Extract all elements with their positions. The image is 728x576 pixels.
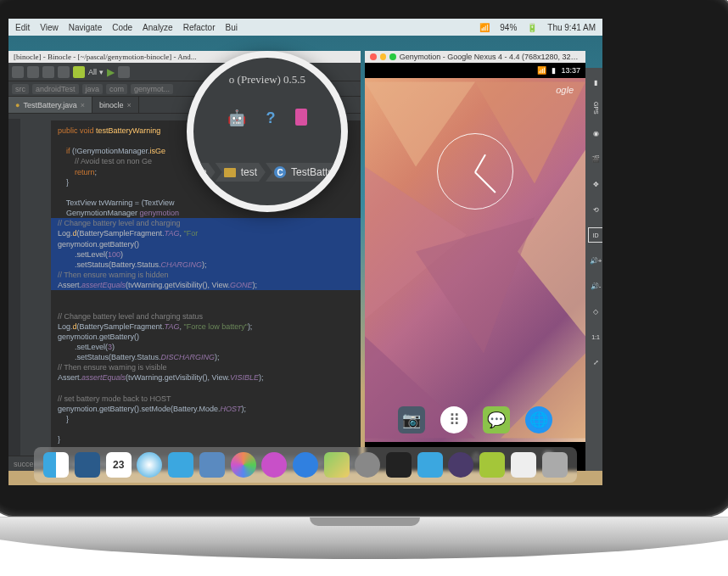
breadcrumb-item[interactable]: java [82, 84, 104, 94]
messaging-app-icon[interactable]: 💬 [483, 406, 510, 433]
settings-icon[interactable] [355, 452, 380, 478]
minute-hand [474, 171, 496, 193]
photos-icon[interactable] [231, 452, 256, 478]
battery-icon[interactable]: ▮ [588, 75, 602, 90]
android-device-icon[interactable] [479, 452, 505, 478]
android-icon[interactable]: 🤖 [227, 109, 246, 127]
move-icon[interactable]: ✥ [588, 176, 602, 192]
class-icon: C [274, 166, 286, 178]
analog-clock-widget[interactable] [437, 133, 513, 210]
macos-dock: 23 [34, 447, 577, 483]
screenshot-icon[interactable] [511, 452, 536, 478]
toolbar-icon[interactable] [118, 66, 130, 78]
breadcrumb-item[interactable]: src [12, 84, 29, 94]
android-statusbar[interactable]: 📶 ▮ 13:37 [365, 63, 585, 78]
clock-text[interactable]: Thu 9:41 AM [547, 23, 596, 32]
menu-item[interactable]: Edit [15, 23, 30, 32]
run-button[interactable]: ▶ [107, 66, 115, 78]
maps-icon[interactable] [324, 452, 350, 478]
breadcrumb-segment[interactable]: test [216, 163, 266, 182]
battery-icon[interactable]: 🔋 [527, 23, 537, 32]
finder-icon[interactable] [43, 452, 69, 478]
camera-app-icon[interactable]: 📷 [398, 406, 425, 433]
fullscreen-icon[interactable]: ⤢ [588, 355, 602, 370]
mail-icon[interactable] [168, 452, 193, 478]
toolbar-icon[interactable] [27, 66, 39, 78]
menu-item[interactable]: Navigate [69, 23, 102, 32]
breadcrumb-segment[interactable]: CTestBatte [266, 163, 342, 182]
volume-down-icon[interactable]: 🔊- [588, 278, 602, 294]
android-time: 13:37 [561, 66, 580, 75]
apps-drawer-icon[interactable]: ⠿ [440, 406, 468, 433]
google-search-widget[interactable]: ogle [373, 85, 577, 100]
svg-marker-3 [518, 150, 585, 337]
editor-tab[interactable]: ●TestBattery.java× [8, 97, 92, 113]
gps-icon[interactable]: GPS [588, 100, 602, 115]
pixel-perfect-icon[interactable]: 1:1 [588, 329, 602, 344]
google-logo: ogle [556, 85, 574, 100]
rotate-icon[interactable]: ⟲ [588, 202, 602, 217]
menu-item[interactable]: Refactor [183, 23, 216, 32]
magnified-breadcrumbs: e test CTestBatte [193, 163, 342, 182]
close-button[interactable] [370, 53, 377, 60]
breadcrumb-item[interactable]: genymot... [131, 84, 173, 94]
menu-item[interactable]: View [40, 23, 59, 32]
preview-icon[interactable] [199, 452, 225, 478]
menu-item[interactable]: Code [112, 23, 132, 32]
emulator-title: Genymotion - Google Nexus 4 - 4.4 (768x1… [400, 53, 580, 61]
folder-icon [224, 168, 236, 177]
dropdown[interactable]: All ▾ [88, 68, 104, 76]
eclipse-icon[interactable] [448, 452, 473, 478]
toolbar-icon[interactable] [42, 66, 54, 78]
magnified-title: o (Preview) 0.5.5 [229, 73, 305, 87]
android-icon[interactable] [73, 66, 85, 78]
appstore-icon[interactable] [293, 452, 318, 478]
close-icon[interactable]: × [127, 101, 132, 109]
toolbar-icon[interactable] [58, 66, 70, 78]
safari-icon[interactable] [137, 452, 162, 478]
wifi-icon: 📶 [537, 66, 546, 75]
breadcrumb-item[interactable]: com [106, 84, 127, 94]
virtualbox-icon[interactable] [75, 452, 100, 478]
android-home[interactable]: ogle 📷 ⠿ 💬 🌐 [365, 78, 585, 442]
genymotion-window: Genymotion - Google Nexus 4 - 4.4 (768x1… [365, 51, 585, 471]
browser-app-icon[interactable]: 🌐 [525, 406, 552, 433]
editor-gutter [8, 119, 20, 456]
camera-icon[interactable]: ◉ [588, 126, 602, 141]
hour-hand [474, 154, 486, 173]
menu-item[interactable]: Analyze [143, 23, 173, 32]
battery-icon: ▮ [552, 66, 556, 75]
toolbar-icon[interactable] [12, 66, 24, 78]
device-icon[interactable] [295, 109, 307, 126]
battery-percent: 94% [500, 23, 517, 32]
volume-up-icon[interactable]: 🔊+ [588, 253, 602, 268]
android-dock: 📷 ⠿ 💬 🌐 [365, 398, 585, 442]
trash-icon[interactable] [542, 452, 568, 478]
menu-item[interactable]: Bui [225, 23, 237, 32]
minimize-button[interactable] [380, 53, 387, 60]
breadcrumb-item[interactable]: androidTest [32, 84, 79, 94]
laptop-notch [310, 517, 420, 526]
itunes-icon[interactable] [261, 452, 287, 478]
macos-menubar: Edit View Navigate Code Analyze Refactor… [8, 19, 602, 36]
capture-icon[interactable]: 🎬 [588, 151, 602, 166]
editor-tab[interactable]: binocle× [92, 97, 139, 113]
emulator-titlebar: Genymotion - Google Nexus 4 - 4.4 (768x1… [365, 51, 585, 63]
terminal-icon[interactable] [386, 452, 412, 478]
xcode-icon[interactable] [417, 452, 443, 478]
calendar-icon[interactable]: 23 [106, 452, 132, 478]
close-icon[interactable]: × [81, 101, 85, 109]
genymotion-sidebar: ▮ GPS ◉ 🎬 ✥ ⟲ ID 🔊+ 🔊- ◇ 1:1 ⤢ [585, 68, 602, 471]
rotate-screen-icon[interactable]: ◇ [588, 304, 602, 319]
magnifier-overlay: o (Preview) 0.5.5 🤖 ? e test CTestBatte [187, 51, 348, 212]
help-icon[interactable]: ? [261, 109, 280, 127]
maximize-button[interactable] [389, 53, 396, 60]
wifi-icon[interactable]: 📶 [479, 23, 490, 32]
id-icon[interactable]: ID [588, 227, 602, 243]
laptop-base [0, 517, 728, 559]
